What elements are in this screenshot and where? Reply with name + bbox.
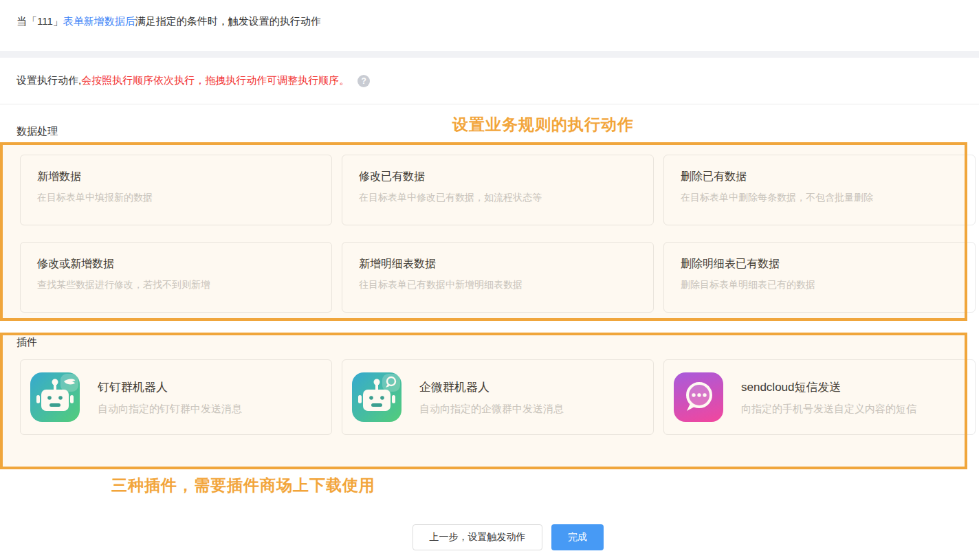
trigger-summary-prefix: 当「111」: [16, 15, 63, 27]
footer-actions: 上一步，设置触发动作 完成: [412, 524, 604, 550]
help-icon[interactable]: ?: [358, 75, 370, 87]
previous-step-button[interactable]: 上一步，设置触发动作: [412, 524, 542, 550]
card-title: 新增明细表数据: [359, 257, 637, 271]
annotation-text-plugins: 三种插件，需要插件商场上下载使用: [111, 475, 375, 496]
wecom-robot-icon: [352, 372, 402, 422]
finish-button[interactable]: 完成: [551, 524, 604, 550]
card-title: 修改或新增数据: [37, 257, 315, 271]
plugin-card-dingtalk-robot[interactable]: 钉钉群机器人 自动向指定的钉钉群中发送消息: [20, 359, 332, 435]
trigger-summary-suffix: 满足指定的条件时，触发设置的执行动作: [135, 15, 321, 27]
card-title: 删除明细表已有数据: [681, 257, 958, 271]
exec-header-text: 设置执行动作,: [16, 74, 81, 87]
trigger-event-link[interactable]: 表单新增数据后: [63, 15, 135, 27]
plugin-title: 企微群机器人: [419, 379, 564, 395]
exec-action-panel: 设置执行动作, 会按照执行顺序依次执行，拖拽执行动作可调整执行顺序。 ? 数据处…: [0, 58, 979, 435]
plugin-title: 钉钉群机器人: [98, 379, 242, 395]
card-desc: 往目标表单已有数据中新增明细表数据: [359, 279, 637, 291]
trigger-summary-bar: 当「111」表单新增数据后满足指定的条件时，触发设置的执行动作: [0, 0, 979, 51]
card-desc: 查找某些数据进行修改，若找不到则新增: [37, 279, 315, 291]
card-title: 删除已有数据: [681, 170, 958, 184]
action-card-delete-subform-data[interactable]: 删除明细表已有数据 删除目标表单明细表已有的数据: [663, 242, 976, 313]
plugin-card-wecom-robot[interactable]: 企微群机器人 自动向指定的企微群中发送消息: [342, 359, 654, 435]
action-card-update-data[interactable]: 修改已有数据 在目标表单中修改已有数据，如流程状态等: [342, 155, 654, 225]
plugins-grid: 钉钉群机器人 自动向指定的钉钉群中发送消息: [20, 359, 979, 435]
plugin-title: sendcloud短信发送: [741, 379, 916, 395]
plugin-desc: 自动向指定的钉钉群中发送消息: [98, 403, 242, 416]
action-card-insert-subform-data[interactable]: 新增明细表数据 往目标表单已有数据中新增明细表数据: [342, 242, 654, 313]
exec-action-header: 设置执行动作, 会按照执行顺序依次执行，拖拽执行动作可调整执行顺序。 ?: [0, 58, 979, 104]
data-processing-grid: 新增数据 在目标表单中填报新的数据 修改已有数据 在目标表单中修改已有数据，如流…: [20, 155, 979, 313]
section-divider: [0, 51, 979, 58]
plugin-card-sendcloud-sms[interactable]: sendcloud短信发送 向指定的手机号发送自定义内容的短信: [663, 359, 976, 435]
card-desc: 在目标表单中删除每条数据，不包含批量删除: [681, 192, 958, 204]
action-card-delete-data[interactable]: 删除已有数据 在目标表单中删除每条数据，不包含批量删除: [663, 155, 976, 225]
card-title: 修改已有数据: [359, 170, 637, 184]
plugin-desc: 向指定的手机号发送自定义内容的短信: [741, 403, 916, 416]
exec-header-warning-text: 会按照执行顺序依次执行，拖拽执行动作可调整执行顺序。: [81, 74, 349, 87]
action-card-upsert-data[interactable]: 修改或新增数据 查找某些数据进行修改，若找不到则新增: [20, 242, 332, 313]
sms-bubble-icon: [674, 372, 723, 422]
plugin-desc: 自动向指定的企微群中发送消息: [419, 403, 564, 416]
section-label-data-processing: 数据处理: [16, 125, 979, 138]
section-label-plugins: 插件: [16, 336, 979, 349]
card-title: 新增数据: [37, 170, 315, 184]
card-desc: 在目标表单中修改已有数据，如流程状态等: [359, 192, 637, 204]
dingtalk-robot-icon: [30, 372, 80, 422]
action-card-insert-data[interactable]: 新增数据 在目标表单中填报新的数据: [20, 155, 332, 225]
card-desc: 删除目标表单明细表已有的数据: [681, 279, 958, 291]
card-desc: 在目标表单中填报新的数据: [37, 192, 315, 204]
